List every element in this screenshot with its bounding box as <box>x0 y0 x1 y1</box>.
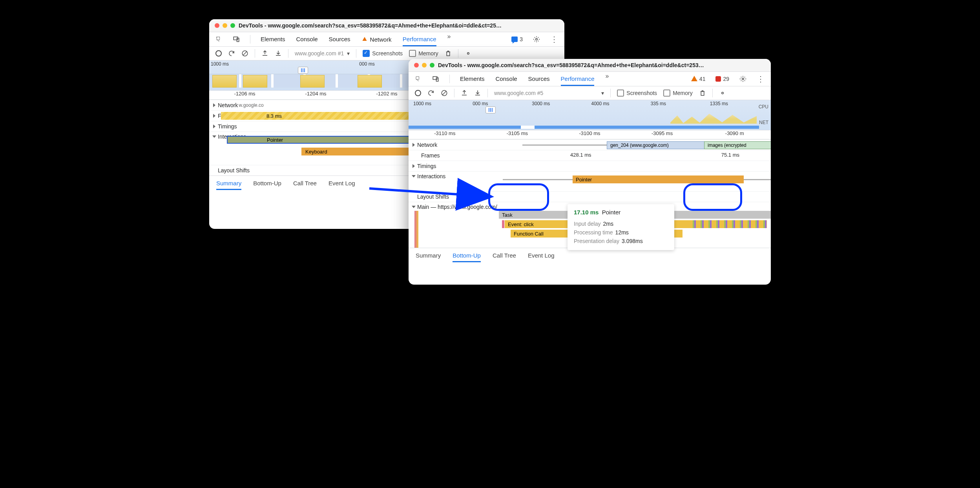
tab-sources[interactable]: Sources <box>528 73 550 86</box>
trash-icon[interactable] <box>445 50 452 57</box>
track-frames[interactable]: Frames428.1 ms75.1 ms <box>409 150 771 161</box>
interaction-pointer-label[interactable]: Pointer <box>573 175 595 183</box>
net-item[interactable]: images (encrypted <box>704 141 771 149</box>
trash-icon[interactable] <box>699 90 706 97</box>
traffic-lights[interactable] <box>414 63 434 68</box>
tab-console[interactable]: Console <box>496 73 517 86</box>
screenshots-toggle[interactable]: Screenshots <box>617 90 657 97</box>
titlebar[interactable]: DevTools - www.google.com/search?sca_esv… <box>409 59 771 72</box>
tab-network[interactable]: Network <box>361 33 392 46</box>
window-title: DevTools - www.google.com/search?sca_esv… <box>438 62 704 68</box>
disclosure-icon[interactable] <box>412 164 415 168</box>
svg-point-11 <box>721 92 723 94</box>
gear-icon[interactable] <box>533 36 540 43</box>
upload-icon[interactable] <box>261 50 268 57</box>
messages-badge[interactable]: 3 <box>511 36 523 42</box>
interaction-tooltip: 17.10 ms Pointer Input delay2ms Processi… <box>568 204 674 250</box>
interaction-pointer-bar[interactable] <box>573 175 744 183</box>
device-icon[interactable] <box>432 75 439 82</box>
gear-icon[interactable] <box>739 75 746 82</box>
more-tabs-icon[interactable]: » <box>447 33 451 46</box>
clear-icon[interactable] <box>241 50 248 57</box>
inspect-icon[interactable] <box>215 36 223 43</box>
message-icon <box>511 37 518 42</box>
frame-bar[interactable]: 8.3 ms <box>221 112 416 120</box>
disclosure-icon[interactable] <box>212 135 216 138</box>
tooltip-label: Pointer <box>602 209 621 216</box>
perf-settings-icon[interactable] <box>719 90 726 97</box>
tab-performance[interactable]: Performance <box>561 73 595 86</box>
track-timings[interactable]: Timings <box>409 161 771 171</box>
tab-summary[interactable]: Summary <box>216 180 241 190</box>
track-layout-shifts[interactable]: Layout Shifts <box>409 191 771 202</box>
track-interactions[interactable]: Interactions Pointer <box>409 171 771 191</box>
devtools-window-2: DevTools - www.google.com/search?sca_esv… <box>409 59 771 285</box>
warning-icon <box>691 76 697 81</box>
traffic-lights[interactable] <box>215 23 235 28</box>
disclosure-icon[interactable] <box>412 175 416 177</box>
tab-console[interactable]: Console <box>296 33 318 46</box>
perf-toolbar: www.google.com #5▾ Screenshots Memory <box>409 86 771 100</box>
overview-timeline[interactable]: 1000 ms000 ms3000 ms4000 ms335 ms1335 ms… <box>409 100 771 130</box>
svg-point-8 <box>742 78 744 80</box>
main-toolbar: Elements Console Sources Network Perform… <box>209 32 564 47</box>
disclosure-icon[interactable] <box>213 124 215 128</box>
overview-handle-left[interactable] <box>298 67 308 74</box>
tab-elements[interactable]: Elements <box>460 73 485 86</box>
tab-bottom-up[interactable]: Bottom-Up <box>253 180 281 190</box>
svg-line-10 <box>442 91 447 95</box>
error-icon <box>715 76 721 82</box>
net-label: NET <box>759 120 768 125</box>
tab-event-log[interactable]: Event Log <box>328 180 355 190</box>
overview-handle[interactable] <box>485 106 496 113</box>
clear-icon[interactable] <box>441 90 448 97</box>
disclosure-icon[interactable] <box>412 143 415 147</box>
tab-call-tree[interactable]: Call Tree <box>293 180 317 190</box>
upload-icon[interactable] <box>461 90 468 97</box>
svg-line-4 <box>243 51 247 56</box>
net-item[interactable]: gen_204 (www.google.com) <box>607 141 709 149</box>
disclosure-icon[interactable] <box>213 114 215 118</box>
perf-toolbar: www.google.com #1▾ Screenshots Memory <box>209 47 564 60</box>
page-select[interactable]: www.google.com #1▾ <box>295 50 350 57</box>
tab-performance[interactable]: Performance <box>403 33 436 46</box>
memory-toggle[interactable]: Memory <box>663 90 693 97</box>
tab-bottom-up[interactable]: Bottom-Up <box>453 252 481 262</box>
download-icon[interactable] <box>275 50 282 57</box>
tab-event-log[interactable]: Event Log <box>528 252 555 262</box>
errors-badge[interactable]: 29 <box>715 76 729 82</box>
reload-icon[interactable] <box>427 90 434 97</box>
download-icon[interactable] <box>474 90 481 97</box>
tab-sources[interactable]: Sources <box>329 33 350 46</box>
device-icon[interactable] <box>233 36 240 43</box>
tooltip-time: 17.10 ms <box>574 209 599 216</box>
inspect-icon[interactable] <box>415 75 422 82</box>
main-toolbar: Elements Console Sources Performance » 4… <box>409 72 771 86</box>
warning-icon <box>362 37 367 41</box>
track-network[interactable]: Network gen_204 (www.google.com) images … <box>409 139 771 150</box>
reload-icon[interactable] <box>228 50 235 57</box>
tab-elements[interactable]: Elements <box>261 33 285 46</box>
menu-icon[interactable]: ⋮ <box>550 35 558 44</box>
page-select[interactable]: www.google.com #5▾ <box>494 90 604 96</box>
tab-summary[interactable]: Summary <box>416 252 441 262</box>
warnings-badge[interactable]: 41 <box>691 76 706 82</box>
menu-icon[interactable]: ⋮ <box>757 74 765 84</box>
window-title: DevTools - www.google.com/search?sca_esv… <box>239 22 502 29</box>
record-button[interactable] <box>215 50 222 57</box>
disclosure-icon[interactable] <box>213 103 215 107</box>
svg-point-2 <box>536 38 538 40</box>
screenshots-toggle[interactable]: Screenshots <box>363 50 403 57</box>
tab-call-tree[interactable]: Call Tree <box>493 252 516 262</box>
record-button[interactable] <box>415 90 421 96</box>
disclosure-icon[interactable] <box>412 206 416 208</box>
memory-toggle[interactable]: Memory <box>409 50 438 57</box>
cpu-label: CPU <box>759 104 768 110</box>
time-ruler[interactable]: -3110 ms-3105 ms-3100 ms-3095 ms-3090 m <box>409 130 771 139</box>
bottom-tabs: Summary Bottom-Up Call Tree Event Log <box>409 248 771 266</box>
svg-point-5 <box>467 53 469 55</box>
titlebar[interactable]: DevTools - www.google.com/search?sca_esv… <box>209 19 564 32</box>
more-tabs-icon[interactable]: » <box>605 73 609 86</box>
perf-settings-icon[interactable] <box>465 50 472 57</box>
